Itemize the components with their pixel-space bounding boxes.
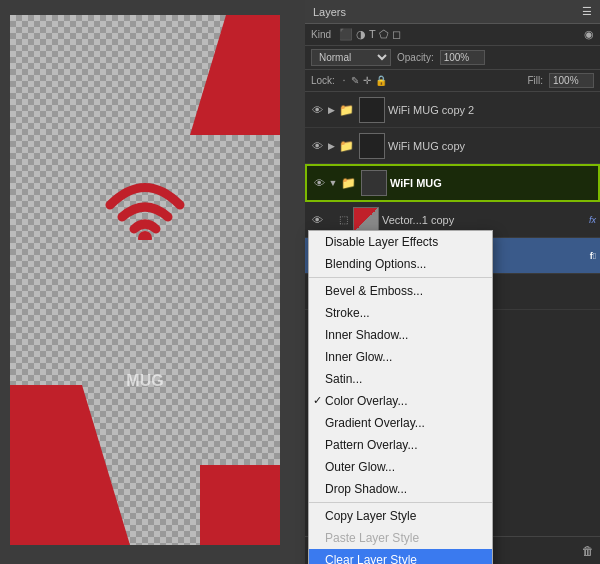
opacity-value[interactable]: 100% bbox=[440, 50, 485, 65]
menu-paste-layer-style[interactable]: Paste Layer Style bbox=[309, 527, 492, 549]
design-bottom-left bbox=[10, 385, 130, 545]
layer-visibility-toggle[interactable]: 👁 bbox=[311, 177, 327, 189]
layer-name: WiFi MUG copy bbox=[388, 140, 596, 152]
main-container: MUG Layers ☰ Kind ⬛ ◑ T ⬠ ◻ ◉ Nor bbox=[0, 0, 600, 564]
lock-label: Lock: bbox=[311, 75, 335, 86]
layer-name: Vector...1 copy bbox=[382, 214, 587, 226]
opacity-label: Opacity: bbox=[397, 52, 434, 63]
design-top-right bbox=[190, 15, 280, 135]
panel-menu-icon[interactable]: ☰ bbox=[582, 5, 592, 18]
menu-checkmark: ✓ bbox=[313, 394, 322, 407]
layers-header: Layers ☰ bbox=[305, 0, 600, 24]
menu-pattern-overlay[interactable]: Pattern Overlay... bbox=[309, 434, 492, 456]
opacity-bar: Normal Opacity: 100% bbox=[305, 46, 600, 70]
layers-controls: ☰ bbox=[582, 5, 592, 18]
filter-label: Kind bbox=[311, 29, 331, 40]
menu-bevel-emboss[interactable]: Bevel & Emboss... bbox=[309, 280, 492, 302]
filter-icons-row: ⬛ ◑ T ⬠ ◻ bbox=[339, 28, 401, 41]
menu-item-label: Satin... bbox=[325, 372, 362, 386]
menu-item-label: Drop Shadow... bbox=[325, 482, 407, 496]
menu-inner-glow[interactable]: Inner Glow... bbox=[309, 346, 492, 368]
layer-group-icon: 📁 bbox=[339, 139, 354, 153]
layer-visibility-toggle[interactable]: 👁 bbox=[309, 140, 325, 152]
menu-separator bbox=[309, 277, 492, 278]
lock-artboard-icon[interactable]: 🔒 bbox=[375, 75, 387, 86]
menu-blending-options[interactable]: Blending Options... bbox=[309, 253, 492, 275]
menu-clear-layer-style[interactable]: Clear Layer Style bbox=[309, 549, 492, 564]
wifi-icon-container bbox=[105, 175, 185, 240]
filter-adjust-icon[interactable]: ◑ bbox=[356, 28, 366, 41]
menu-item-label: Copy Layer Style bbox=[325, 509, 416, 523]
layer-group-icon: 📁 bbox=[341, 176, 356, 190]
layer-thumbnail bbox=[359, 97, 385, 123]
menu-outer-glow[interactable]: Outer Glow... bbox=[309, 456, 492, 478]
lock-bar: Lock: ⬞ ✎ ✛ 🔒 Fill: 100% bbox=[305, 70, 600, 92]
layer-visibility-toggle[interactable]: 👁 bbox=[309, 214, 325, 226]
menu-inner-shadow[interactable]: Inner Shadow... bbox=[309, 324, 492, 346]
lock-icons: ⬞ ✎ ✛ 🔒 bbox=[341, 75, 387, 86]
layer-thumbnail bbox=[359, 133, 385, 159]
filter-bar: Kind ⬛ ◑ T ⬠ ◻ ◉ bbox=[305, 24, 600, 46]
menu-copy-layer-style[interactable]: Copy Layer Style bbox=[309, 505, 492, 527]
layer-item[interactable]: 👁 ▶ 📁 WiFi MUG copy bbox=[305, 128, 600, 164]
filter-smart-icon[interactable]: ◻ bbox=[392, 28, 401, 41]
menu-item-label: Outer Glow... bbox=[325, 460, 395, 474]
layer-expand-arrow[interactable]: ▶ bbox=[325, 105, 337, 115]
menu-item-label: Inner Shadow... bbox=[325, 328, 408, 342]
blend-mode-select[interactable]: Normal bbox=[311, 49, 391, 66]
lock-transparent-icon[interactable]: ⬞ bbox=[341, 75, 347, 86]
mug-text: MUG bbox=[126, 372, 163, 390]
layer-name: WiFi MUG copy 2 bbox=[388, 104, 596, 116]
menu-item-label: Disable Layer Effects bbox=[325, 235, 438, 249]
layer-expand-arrow[interactable]: ▼ bbox=[327, 178, 339, 188]
delete-layer-icon[interactable]: 🗑 bbox=[582, 544, 594, 558]
menu-item-label: Pattern Overlay... bbox=[325, 438, 417, 452]
menu-drop-shadow[interactable]: Drop Shadow... bbox=[309, 478, 492, 500]
lock-position-icon[interactable]: ✛ bbox=[363, 75, 371, 86]
menu-item-label: Gradient Overlay... bbox=[325, 416, 425, 430]
menu-stroke[interactable]: Stroke... bbox=[309, 302, 492, 324]
menu-gradient-overlay[interactable]: Gradient Overlay... bbox=[309, 412, 492, 434]
layer-visibility-toggle[interactable]: 👁 bbox=[309, 104, 325, 116]
filter-toggle[interactable]: ◉ bbox=[584, 28, 594, 41]
menu-disable-effects[interactable]: Disable Layer Effects bbox=[309, 231, 492, 253]
fill-value[interactable]: 100% bbox=[549, 73, 594, 88]
menu-item-label: Color Overlay... bbox=[325, 394, 407, 408]
menu-separator-2 bbox=[309, 502, 492, 503]
menu-item-label: Inner Glow... bbox=[325, 350, 392, 364]
wifi-svg bbox=[105, 175, 185, 240]
menu-item-label: Clear Layer Style bbox=[325, 553, 417, 564]
menu-item-label: Bevel & Emboss... bbox=[325, 284, 423, 298]
filter-type-icon[interactable]: T bbox=[369, 28, 376, 41]
layer-item-wifi-mug[interactable]: 👁 ▼ 📁 WiFI MUG bbox=[305, 164, 600, 202]
layer-group-icon: 📁 bbox=[339, 103, 354, 117]
layer-fx-badge: fx bbox=[589, 215, 596, 225]
canvas-area: MUG bbox=[0, 0, 305, 564]
layer-thumbnail bbox=[353, 207, 379, 233]
layers-title: Layers bbox=[313, 6, 346, 18]
layer-item[interactable]: 👁 ▶ 📁 WiFi MUG copy 2 bbox=[305, 92, 600, 128]
design-bottom-right bbox=[200, 465, 280, 545]
canvas-content: MUG bbox=[10, 15, 280, 545]
menu-item-label: Paste Layer Style bbox=[325, 531, 419, 545]
lock-pixels-icon[interactable]: ✎ bbox=[351, 75, 359, 86]
context-menu: Disable Layer Effects Blending Options..… bbox=[308, 230, 493, 564]
filter-shape-icon[interactable]: ⬠ bbox=[379, 28, 389, 41]
fill-label: Fill: bbox=[527, 75, 543, 86]
layer-smart-icon: ⬚ bbox=[339, 214, 348, 225]
menu-item-label: Stroke... bbox=[325, 306, 370, 320]
menu-color-overlay[interactable]: ✓ Color Overlay... bbox=[309, 390, 492, 412]
layer-fx-badge-selected: f⃞ bbox=[590, 251, 596, 261]
menu-item-label: Blending Options... bbox=[325, 257, 426, 271]
layer-name: WiFI MUG bbox=[390, 177, 594, 189]
svg-point-0 bbox=[138, 231, 152, 240]
menu-satin[interactable]: Satin... bbox=[309, 368, 492, 390]
layer-expand-arrow[interactable]: ▶ bbox=[325, 141, 337, 151]
layer-thumbnail bbox=[361, 170, 387, 196]
filter-pixel-icon[interactable]: ⬛ bbox=[339, 28, 353, 41]
